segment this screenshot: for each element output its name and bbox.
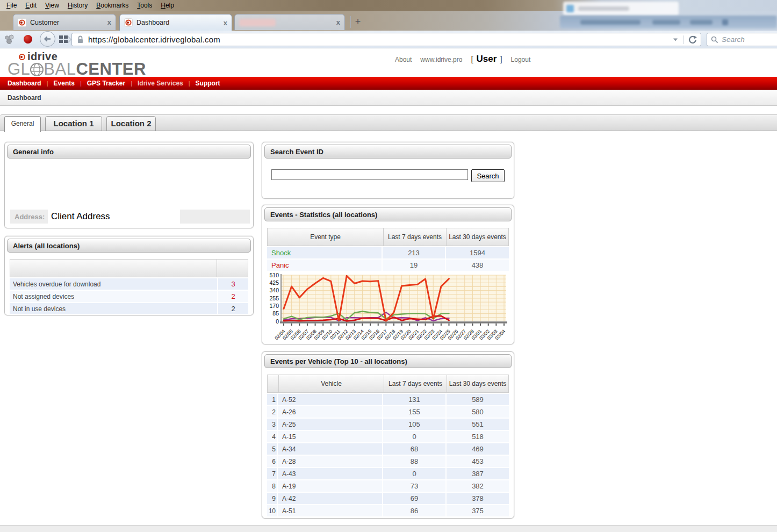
alert-row[interactable]: Not assigned devices2 [10, 291, 248, 302]
bookmarks-grid-icon[interactable] [59, 35, 68, 44]
vehicle-row: 5A-3468469 [267, 443, 509, 455]
alert-count[interactable]: 2 [218, 303, 248, 314]
menu-view[interactable]: View [41, 1, 63, 10]
menu-edit[interactable]: Edit [21, 1, 41, 10]
page-tab-general[interactable]: General [4, 116, 41, 132]
breadcrumb-label: Dashboard [8, 94, 41, 102]
url-text[interactable]: https://globalcenter.idriveglobal.com [88, 35, 220, 44]
last30-value: 1594 [446, 247, 509, 258]
col-last30: Last 30 days events [447, 375, 508, 392]
page-tab-location-2[interactable]: Location 2 [106, 116, 156, 131]
logout-link[interactable]: Logout [511, 56, 531, 63]
back-button[interactable] [40, 31, 55, 47]
menu-tools[interactable]: Tools [133, 1, 156, 10]
vehicle-row: 8A-1973382 [267, 480, 509, 492]
nav-item-events[interactable]: Events [48, 80, 80, 87]
stats-table-header: Event type Last 7 days events Last 30 da… [267, 228, 509, 246]
vehicle-name: A-51 [278, 505, 382, 516]
last30-value: 382 [447, 480, 509, 492]
event-id-input[interactable] [271, 169, 468, 180]
globe-icon [30, 62, 44, 77]
browser-search-input[interactable]: Search [707, 33, 777, 46]
idrive-favicon [18, 18, 26, 27]
vehicle-name: A-42 [278, 493, 382, 504]
col-last7: Last 7 days events [383, 228, 446, 246]
urlbar-dropdown-icon[interactable] [672, 38, 679, 42]
reload-icon[interactable] [687, 34, 698, 45]
menu-file[interactable]: File [2, 1, 21, 10]
col-vehicle: Vehicle [278, 375, 384, 392]
last7-value: 155 [383, 406, 445, 418]
vehicle-row: 1A-52131589 [267, 394, 509, 405]
vehicle-name: A-43 [278, 468, 382, 479]
svg-text:170: 170 [269, 303, 279, 309]
nav-item-gps-tracker[interactable]: GPS Tracker [82, 80, 131, 87]
menu-bookmarks[interactable]: Bookmarks [92, 1, 133, 10]
address-label: Address: [10, 213, 48, 221]
tab-title: Dashboard [136, 19, 220, 26]
record-extension-icon[interactable] [24, 35, 32, 44]
last30-value: 387 [447, 468, 509, 479]
site-link[interactable]: www.idrive.pro [420, 56, 462, 63]
lock-icon [77, 35, 84, 44]
last30-value: 551 [447, 419, 509, 430]
last7-value: 73 [383, 480, 445, 492]
tab-title: Customer [30, 19, 104, 26]
alert-row[interactable]: Not in use devices2 [10, 303, 248, 314]
site-logo[interactable]: idrive GL BAL CENTER [8, 51, 146, 79]
svg-text:85: 85 [272, 310, 279, 317]
close-icon[interactable]: x [336, 18, 340, 26]
blurred-tab-title [239, 19, 276, 26]
vehicle-name: A-15 [278, 431, 382, 442]
close-icon[interactable]: x [107, 18, 111, 26]
rank: 10 [267, 505, 277, 516]
menu-help[interactable]: Help [156, 1, 178, 10]
menu-history[interactable]: History [63, 1, 92, 10]
about-link[interactable]: About [395, 56, 412, 63]
rank: 5 [267, 443, 277, 455]
stats-row: Panic19438 [267, 260, 509, 271]
last7-value: 131 [383, 394, 445, 405]
search-icon [711, 36, 718, 44]
breadcrumb: Dashboard [0, 90, 777, 106]
col-last30: Last 30 days events [446, 228, 508, 246]
rank: 4 [267, 431, 277, 442]
vehicle-name: A-19 [278, 480, 382, 492]
last7-value: 69 [383, 493, 445, 504]
page-tab-location-1[interactable]: Location 1 [45, 116, 102, 131]
alert-row[interactable]: Vehicles overdue for download3 [10, 278, 248, 290]
stats-row: Shock2131594 [267, 247, 509, 258]
tab-dashboard[interactable]: Dashboard x [119, 14, 232, 31]
alert-label: Vehicles overdue for download [10, 278, 217, 290]
tab-customer[interactable]: Customer x [13, 14, 116, 30]
idrive-favicon [124, 18, 133, 27]
url-bar[interactable]: https://globalcenter.idriveglobal.com [71, 33, 701, 46]
tab-blank[interactable]: x [234, 14, 345, 30]
vehicle-row: 4A-150518 [267, 431, 509, 442]
event-type: Shock [267, 247, 382, 258]
last7-value: 213 [383, 247, 445, 258]
last7-value: 0 [383, 468, 445, 479]
main-nav: Dashboard|Events|GPS Tracker|Idrive Serv… [0, 77, 777, 90]
new-tab-button[interactable]: + [350, 16, 365, 28]
address-value: Client Address [48, 210, 180, 224]
panel-title: Events - Statistics (all locations) [264, 207, 512, 221]
last30-value: 375 [447, 505, 509, 516]
user-name[interactable]: User [477, 54, 497, 64]
extension-paw-icon[interactable] [4, 34, 15, 45]
nav-item-support[interactable]: Support [190, 80, 226, 87]
event-search-button[interactable]: Search [471, 169, 505, 182]
nav-item-dashboard[interactable]: Dashboard [8, 80, 47, 87]
vehicle-row: 10A-5186375 [267, 505, 509, 516]
alert-count[interactable]: 3 [218, 278, 248, 290]
vehicles-table: Vehicle Last 7 days events Last 30 days … [267, 375, 509, 516]
nav-item-idrive-services[interactable]: Idrive Services [132, 80, 189, 87]
vehicle-name: A-28 [278, 456, 382, 467]
alert-count[interactable]: 2 [218, 291, 248, 302]
svg-text:255: 255 [269, 295, 279, 301]
last30-value: 469 [447, 443, 509, 455]
user-menu[interactable]: [ User ] [471, 54, 502, 64]
vehicle-name: A-26 [278, 406, 382, 418]
event-stats-table: Event type Last 7 days events Last 30 da… [267, 228, 509, 271]
close-icon[interactable]: x [224, 19, 227, 27]
